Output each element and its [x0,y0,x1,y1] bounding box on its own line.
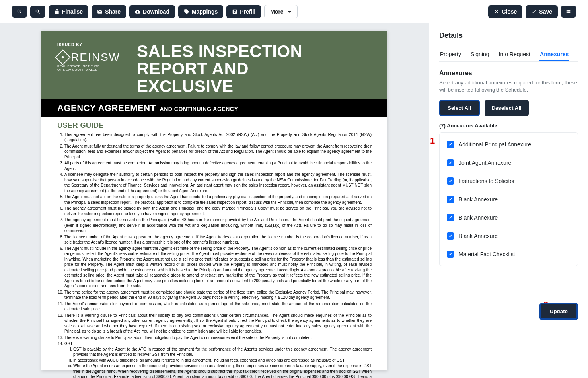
zoom-in-icon [35,9,41,14]
more-label: More [270,8,283,15]
more-button[interactable]: More [264,5,297,18]
download-label: Download [143,8,169,15]
gst-sublist: GST is payable by the Agent to the ATO i… [73,347,372,378]
checkbox-checked-icon[interactable]: ✓ [447,214,454,221]
guide-item: All parts of this agreement must be comp… [64,160,372,171]
checkbox-checked-icon[interactable]: ✓ [447,177,454,185]
document-header-green: ISSUED BY REINSW REAL ESTATE INSTITUTE O… [41,31,387,99]
zoom-in-button[interactable] [30,6,45,18]
download-button[interactable]: Download [129,5,175,18]
checkbox-checked-icon[interactable]: ✓ [447,232,454,240]
document-title: SALES INSPECTION REPORT AND EXCLUSIVE [137,43,302,95]
reinsw-logo-text: REINSW [71,51,120,64]
close-icon [494,9,499,14]
guide-item: A licensee may delegate their authority … [64,172,372,193]
tab-signing[interactable]: Signing [470,48,490,61]
tabs: PropertySigningInfo RequestAnnexures [439,48,578,62]
share-label: Share [105,8,121,15]
annexure-label: Material Fact Checklist [459,251,515,257]
document-page: ISSUED BY REINSW REAL ESTATE INSTITUTE O… [41,31,387,370]
lock-icon [54,9,60,14]
agency-agreement-label: AGENCY AGREEMENT [57,103,156,113]
guide-item: The Agent must not act on the sale of a … [64,194,372,205]
reinsw-logo-subtitle: REAL ESTATE INSTITUTE OF NEW SOUTH WALES [57,64,121,72]
annexures-heading: Annexures [439,70,578,77]
prefill-button[interactable]: Prefill [226,5,261,18]
continuing-agency-label: AND CONTINUING AGENCY [160,106,238,112]
select-all-button[interactable]: Select All [439,100,480,116]
reinsw-logo-icon [55,49,71,65]
details-heading: Details [439,31,578,40]
checkbox-checked-icon[interactable]: ✓ [447,251,454,258]
annexure-label: Additional Principal Annexure [459,141,531,148]
guide-item: This agreement has been designed to comp… [64,132,372,143]
user-guide-list: This agreement has been designed to comp… [64,132,372,378]
annexures-list: ✓Additional Principal Annexure✓Joint Age… [439,132,578,266]
guide-item: There is a warning clause to Principals … [64,335,372,341]
checkbox-checked-icon[interactable]: ✓ [447,141,454,148]
check-icon [531,9,537,14]
checkbox-checked-icon[interactable]: ✓ [447,159,454,166]
annexure-item[interactable]: ✓Joint Agent Annexure [440,154,578,172]
chevron-down-icon [288,11,292,13]
guide-item: The licence number of the Agent must app… [64,234,372,245]
guide-item: The Agent's remuneration for payment of … [64,301,372,312]
mappings-button[interactable]: Mappings [178,5,223,18]
share-button[interactable]: Share [92,5,126,18]
tag-icon [184,9,189,14]
gst-sub-item: GST is payable by the Agent to the ATO i… [73,347,372,357]
annexure-label: Joint Agent Annexure [459,160,511,166]
finalise-label: Finalise [62,8,83,15]
list-icon [566,9,571,14]
list-button[interactable] [561,6,576,18]
download-icon [135,9,140,14]
tab-info-request[interactable]: Info Request [498,48,531,61]
callout-1: 1 [430,136,435,146]
annexure-item[interactable]: ✓Blank Annexure [440,208,578,227]
form-icon [232,9,238,14]
deselect-all-button[interactable]: Deselect All [485,100,529,116]
annexure-label: Blank Annexure [459,196,498,203]
gst-sub-item: In accordance with ACCC guidelines, all … [73,358,372,363]
annexures-count: (7) Annexures Available [439,123,578,129]
zoom-out-button[interactable] [12,6,27,18]
guide-item: There is a warning clause to Principals … [64,313,372,334]
guide-item: The agency agreement must be signed by b… [64,206,372,216]
finalise-button[interactable]: Finalise [49,5,88,18]
annexures-description: Select any additional annexures required… [439,79,578,94]
gst-sub-item: Where the Agent incurs an expense in the… [73,363,372,378]
details-panel: 1 2 Details PropertySigningInfo RequestA… [429,23,588,378]
guide-item: GSTGST is payable by the Agent to the AT… [64,341,372,378]
user-guide-heading: USER GUIDE [57,121,372,130]
document-viewer[interactable]: ISSUED BY REINSW REAL ESTATE INSTITUTE O… [0,23,429,378]
annexure-item[interactable]: ✓Blank Annexure [440,190,578,208]
issued-by-label: ISSUED BY [57,43,121,47]
save-button[interactable]: Save [526,5,558,18]
guide-item: The agency agreement must be served on t… [64,217,372,234]
tab-property[interactable]: Property [439,48,462,61]
close-button[interactable]: Close [488,5,522,18]
annexure-label: Blank Annexure [459,233,498,239]
zoom-out-icon [17,9,22,14]
annexure-label: Blank Annexure [459,214,498,221]
annexure-label: Instructions to Solicitor [459,178,515,184]
main: ISSUED BY REINSW REAL ESTATE INSTITUTE O… [0,23,588,378]
toolbar: Finalise Share Download Mappings Prefill… [0,0,588,23]
checkbox-checked-icon[interactable]: ✓ [447,196,454,203]
annexure-item[interactable]: ✓Material Fact Checklist [440,245,578,263]
annexure-item[interactable]: ✓Additional Principal Annexure [440,135,578,154]
prefill-label: Prefill [240,8,255,15]
annexure-item[interactable]: ✓Blank Annexure [440,227,578,245]
mappings-label: Mappings [192,8,218,15]
document-body: USER GUIDE This agreement has been desig… [41,117,387,378]
document-header-black: AGENCY AGREEMENT AND CONTINUING AGENCY [41,99,387,117]
mail-icon [97,9,103,14]
update-button[interactable]: Update [539,303,578,320]
save-label: Save [539,8,552,15]
close-label: Close [502,8,517,15]
tab-annexures[interactable]: Annexures [539,48,569,61]
guide-item: The Agent must include in the agency agr… [64,246,372,289]
guide-item: The Agent must fully understand the term… [64,144,372,160]
guide-item: The time period for the agency agreement… [64,290,372,300]
annexure-item[interactable]: ✓Instructions to Solicitor [440,172,578,190]
